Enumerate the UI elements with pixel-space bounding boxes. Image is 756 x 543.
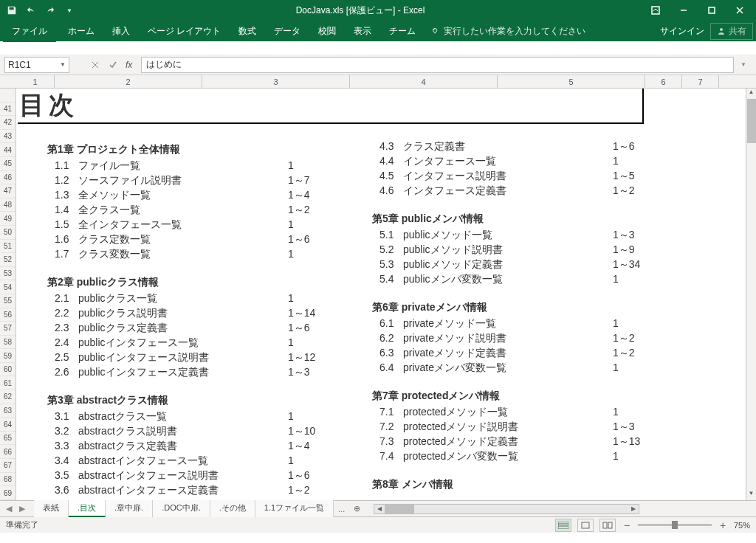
view-normal-icon[interactable] [555, 519, 571, 532]
toc-item: 4.3クラス定義書1～6 [379, 139, 653, 153]
scroll-right-icon[interactable]: ▶ [628, 505, 639, 512]
qat-dropdown-icon[interactable]: ▼ [61, 1, 78, 19]
ribbon-tab-1[interactable]: ホーム [59, 21, 103, 42]
row-header[interactable]: 41 [0, 103, 16, 117]
row-header[interactable]: 44 [0, 143, 16, 157]
zoom-in-button[interactable]: + [718, 519, 728, 531]
scroll-left-icon[interactable]: ◀ [374, 505, 385, 512]
row-header[interactable]: 46 [0, 171, 16, 185]
row-header[interactable]: 59 [0, 349, 16, 363]
row-header[interactable]: 64 [0, 418, 16, 432]
ribbon-tab-7[interactable]: 表示 [345, 21, 380, 42]
ribbon-tab-3[interactable]: ページ レイアウト [139, 21, 230, 42]
row-header[interactable]: 48 [0, 198, 16, 212]
row-header[interactable]: 54 [0, 280, 16, 294]
close-icon[interactable] [726, 1, 753, 19]
title-border [18, 122, 644, 124]
row-header[interactable]: 62 [0, 390, 16, 404]
fx-label[interactable]: fx [123, 60, 135, 70]
view-page-layout-icon[interactable] [577, 519, 594, 532]
row-header[interactable]: 63 [0, 404, 16, 418]
horizontal-scrollbar[interactable]: ◀ ▶ [374, 504, 639, 514]
window-buttons [642, 1, 753, 19]
sheet-tab-1[interactable]: .目次 [69, 500, 106, 517]
row-header[interactable]: 50 [0, 226, 16, 240]
zoom-slider[interactable] [638, 524, 712, 526]
row-header[interactable]: 42 [0, 116, 16, 130]
window-title: DocJava.xls [保護ビュー] - Excel [78, 4, 642, 17]
minimize-icon[interactable] [670, 1, 697, 19]
signin-link[interactable]: サインイン [660, 25, 704, 38]
cells-grid[interactable]: 目次 第1章 プロジェクト全体情報1.1ファイル一覧11.2ソースファイル説明書… [16, 89, 746, 500]
formula-input[interactable]: はじめに [141, 57, 734, 73]
zoom-level[interactable]: 75% [734, 521, 750, 530]
column-header[interactable]: 7 [682, 75, 719, 88]
ribbon-tab-5[interactable]: データ [265, 21, 309, 42]
cancel-formula-icon[interactable] [87, 57, 103, 73]
sheet-tab-2[interactable]: .章中扉. [106, 500, 153, 517]
svg-rect-2 [709, 7, 715, 13]
zoom-out-button[interactable]: − [622, 519, 632, 531]
row-header[interactable]: 52 [0, 253, 16, 267]
row-header[interactable]: 58 [0, 336, 16, 350]
row-header[interactable]: 68 [0, 473, 16, 487]
ribbon-tab-2[interactable]: 挿入 [103, 21, 139, 42]
ribbon-tab-6[interactable]: 校閲 [309, 21, 345, 42]
row-header[interactable]: 55 [0, 294, 16, 308]
row-header[interactable]: 43 [0, 130, 16, 144]
expand-formula-icon[interactable]: ▼ [735, 57, 752, 73]
sheet-tab-0[interactable]: 表紙 [34, 500, 69, 517]
sheet-tab-4[interactable]: .その他 [210, 500, 255, 517]
scroll-up-icon[interactable]: ▲ [746, 89, 756, 99]
row-header[interactable]: 66 [0, 445, 16, 459]
status-ready: 準備完了 [6, 519, 38, 530]
toc-chapter: 第6章 privateメンバ情報 [372, 301, 653, 314]
row-header[interactable]: 53 [0, 267, 16, 281]
row-header[interactable]: 45 [0, 157, 16, 171]
column-header[interactable]: 4 [350, 75, 498, 88]
column-header[interactable]: 6 [645, 75, 682, 88]
column-header[interactable]: 3 [202, 75, 350, 88]
maximize-icon[interactable] [698, 1, 725, 19]
row-header[interactable] [0, 89, 16, 103]
row-header[interactable]: 67 [0, 459, 16, 473]
name-box[interactable]: R1C1 ▼ [4, 57, 69, 73]
toc-item: 4.4インタフェース一覧1 [379, 153, 653, 168]
hscroll-thumb[interactable] [385, 505, 414, 513]
row-header[interactable]: 57 [0, 322, 16, 336]
column-header[interactable]: 5 [498, 75, 645, 88]
scroll-down-icon[interactable]: ▼ [746, 490, 756, 500]
undo-icon[interactable] [22, 1, 40, 19]
ribbon-tab-4[interactable]: 数式 [230, 21, 265, 42]
ribbon-options-icon[interactable] [642, 1, 669, 19]
toc-item: 5.2publicメソッド説明書1～9 [379, 242, 653, 257]
redo-icon[interactable] [41, 1, 59, 19]
sheet-tab-5[interactable]: 1.1ファイル一覧 [255, 500, 334, 517]
row-header[interactable]: 69 [0, 486, 16, 500]
scroll-thumb[interactable] [747, 99, 756, 143]
ribbon-tab-0[interactable]: ファイル [3, 21, 56, 42]
tell-me-search[interactable]: 実行したい作業を入力してください [430, 25, 585, 38]
row-header[interactable]: 60 [0, 363, 16, 377]
view-page-break-icon[interactable] [599, 519, 616, 532]
column-header[interactable]: 2 [55, 75, 202, 88]
row-header[interactable]: 49 [0, 212, 16, 226]
add-sheet-icon[interactable]: ⊕ [349, 504, 365, 513]
sheet-tab-3[interactable]: .DOC中扉. [153, 500, 210, 517]
ribbon-tab-8[interactable]: チーム [380, 21, 425, 42]
save-icon[interactable] [3, 1, 21, 19]
row-header[interactable]: 61 [0, 376, 16, 390]
row-header[interactable]: 56 [0, 308, 16, 322]
tab-nav-next-icon[interactable]: ▶ [16, 504, 28, 513]
zoom-knob[interactable] [672, 521, 678, 529]
vertical-scrollbar[interactable]: ▲ ▼ [746, 89, 756, 500]
enter-formula-icon[interactable] [105, 57, 121, 73]
tab-more-icon[interactable]: ... [334, 505, 349, 513]
row-header[interactable]: 65 [0, 432, 16, 446]
tab-nav-prev-icon[interactable]: ◀ [3, 504, 15, 513]
row-header[interactable]: 47 [0, 184, 16, 198]
toc-item: 1.4全クラス一覧1～2 [55, 202, 328, 217]
share-button[interactable]: 共有 [710, 23, 753, 40]
column-header[interactable]: 1 [16, 75, 55, 88]
row-header[interactable]: 51 [0, 240, 16, 254]
